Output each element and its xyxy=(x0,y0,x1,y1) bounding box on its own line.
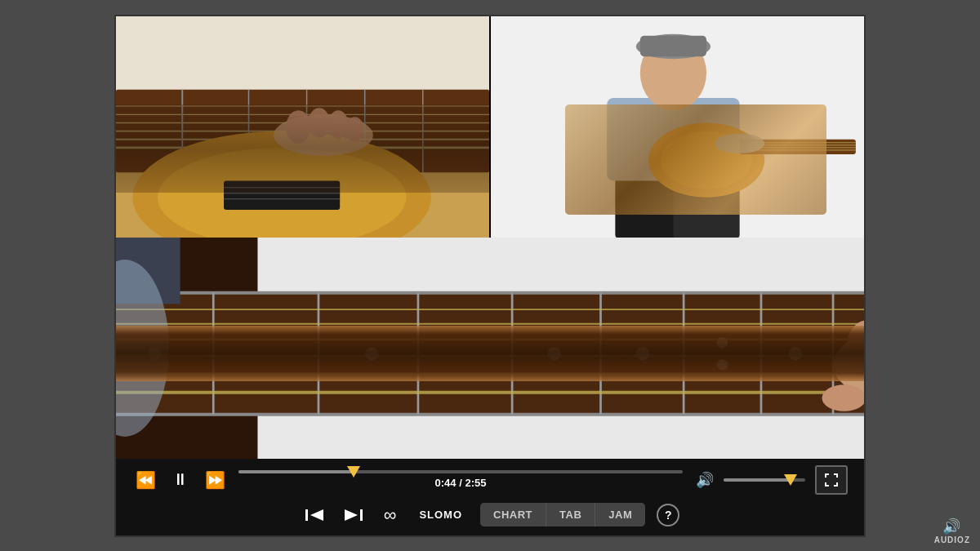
tab-button[interactable]: TAB xyxy=(546,503,595,527)
extra-controls-row: ∞ SLOMO CHART TAB JAM ? xyxy=(132,501,848,529)
chart-button[interactable]: CHART xyxy=(480,503,546,527)
jam-button[interactable]: JAM xyxy=(595,503,645,527)
svg-point-40 xyxy=(607,109,648,167)
svg-rect-34 xyxy=(740,139,856,153)
svg-rect-1 xyxy=(116,16,489,122)
volume-track[interactable] xyxy=(724,478,805,482)
svg-rect-28 xyxy=(607,97,739,180)
svg-rect-27 xyxy=(673,164,739,238)
progress-wrapper: 0:44 / 2:55 xyxy=(238,470,683,489)
svg-point-21 xyxy=(286,110,310,144)
svg-point-72 xyxy=(846,320,864,375)
video-cell-fretboard xyxy=(116,238,864,459)
svg-point-22 xyxy=(309,108,330,138)
svg-point-63 xyxy=(148,347,161,360)
fullscreen-button[interactable] xyxy=(815,465,848,495)
svg-rect-83 xyxy=(360,509,363,521)
svg-marker-82 xyxy=(310,509,323,521)
player-container: ⏪ ⏸ ⏩ 0:44 / 2:55 🔊 xyxy=(114,15,866,537)
svg-point-68 xyxy=(717,359,728,371)
audioz-icon: 🔊 xyxy=(942,518,961,535)
volume-thumb xyxy=(784,474,797,486)
audioz-text: AUDIOZ xyxy=(934,535,970,544)
progress-fill xyxy=(238,470,354,473)
svg-rect-16 xyxy=(224,180,340,210)
svg-rect-31 xyxy=(640,35,706,56)
volume-fill xyxy=(724,478,791,482)
svg-point-24 xyxy=(345,117,363,141)
video-cell-closeup xyxy=(116,16,489,238)
loop-button[interactable]: ∞ xyxy=(379,501,402,529)
playback-row: ⏪ ⏸ ⏩ 0:44 / 2:55 🔊 xyxy=(132,465,848,495)
svg-point-23 xyxy=(328,110,348,139)
svg-rect-43 xyxy=(116,292,864,414)
step-forward-button[interactable] xyxy=(340,504,368,526)
progress-track[interactable] xyxy=(238,470,683,473)
svg-rect-26 xyxy=(615,164,681,238)
video-top-row xyxy=(116,16,864,238)
step-back-button[interactable] xyxy=(301,504,328,526)
svg-point-64 xyxy=(365,347,378,360)
audioz-watermark: 🔊 AUDIOZ xyxy=(934,518,970,544)
svg-rect-2 xyxy=(116,89,489,172)
mode-buttons: CHART TAB JAM xyxy=(480,503,645,527)
help-button[interactable]: ? xyxy=(657,504,679,527)
controls-area: ⏪ ⏸ ⏩ 0:44 / 2:55 🔊 xyxy=(116,459,864,535)
svg-point-69 xyxy=(789,347,802,360)
progress-thumb xyxy=(347,466,360,478)
svg-point-33 xyxy=(661,131,752,189)
svg-rect-81 xyxy=(305,509,308,521)
slomo-button[interactable]: SLOMO xyxy=(412,505,469,524)
video-cell-fullshot xyxy=(491,16,864,238)
svg-point-70 xyxy=(858,347,864,360)
volume-wrapper: 🔊 xyxy=(693,468,805,492)
volume-icon: 🔊 xyxy=(693,468,717,492)
svg-point-15 xyxy=(158,147,407,237)
svg-marker-84 xyxy=(345,509,358,521)
rewind-button[interactable]: ⏪ xyxy=(132,467,159,493)
svg-point-66 xyxy=(636,347,649,360)
svg-point-67 xyxy=(717,336,728,348)
svg-point-32 xyxy=(648,122,764,197)
time-display: 0:44 / 2:55 xyxy=(435,477,487,489)
svg-point-20 xyxy=(274,114,373,156)
video-area xyxy=(116,16,864,459)
svg-point-65 xyxy=(547,347,560,360)
fastforward-button[interactable]: ⏩ xyxy=(202,467,229,493)
svg-point-39 xyxy=(715,133,764,153)
pause-button[interactable]: ⏸ xyxy=(169,467,192,492)
